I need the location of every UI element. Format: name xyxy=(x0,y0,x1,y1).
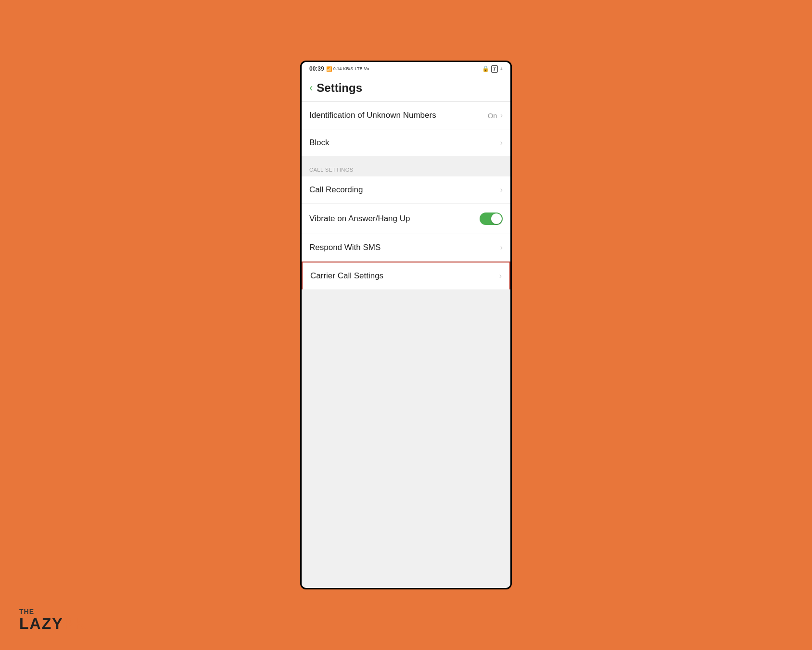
respond-sms-item[interactable]: Respond With SMS › xyxy=(302,234,510,262)
toggle-track xyxy=(480,212,503,225)
page-header: ‹ Settings xyxy=(302,75,510,102)
carrier-call-chevron: › xyxy=(499,272,502,280)
identification-item[interactable]: Identification of Unknown Numbers On › xyxy=(302,102,510,129)
content-area: Identification of Unknown Numbers On › B… xyxy=(302,102,510,588)
call-recording-chevron: › xyxy=(500,186,503,194)
status-bar: 00:39 📶 0.14 KB/S LTE Vo 🔒 7 + xyxy=(302,62,510,75)
toggle-thumb xyxy=(491,213,502,224)
block-right: › xyxy=(500,138,503,147)
battery-icon: 7 xyxy=(491,65,498,73)
carrier-call-right: › xyxy=(499,272,502,280)
logo-area: THE LAZYPK xyxy=(19,608,87,636)
status-left: 00:39 📶 0.14 KB/S LTE Vo xyxy=(309,65,369,72)
call-settings-label: CALL SETTINGS xyxy=(309,167,354,173)
signal-bars-icon: 📶 xyxy=(326,66,332,72)
time-display: 00:39 xyxy=(309,65,324,72)
identification-value: On xyxy=(488,112,497,120)
status-right: 🔒 7 + xyxy=(482,65,503,73)
lock-icon: 🔒 xyxy=(482,65,489,72)
phone-screen: 00:39 📶 0.14 KB/S LTE Vo 🔒 7 + xyxy=(302,62,510,588)
lte-icon: LTE xyxy=(355,66,362,71)
identification-right: On › xyxy=(488,111,503,120)
vibrate-label: Vibrate on Answer/Hang Up xyxy=(309,214,410,224)
respond-sms-chevron: › xyxy=(500,243,503,252)
call-settings-group: Call Recording › Vibrate on Answer/Hang … xyxy=(302,176,510,289)
carrier-call-item[interactable]: Carrier Call Settings › xyxy=(302,262,510,289)
logo-lazy: LAZY xyxy=(19,615,63,632)
logo-main: LAZYPK xyxy=(19,615,87,632)
respond-sms-right: › xyxy=(500,243,503,252)
charging-icon: + xyxy=(500,66,503,72)
carrier-call-label: Carrier Call Settings xyxy=(310,271,383,281)
phone-frame: 00:39 📶 0.14 KB/S LTE Vo 🔒 7 + xyxy=(300,61,512,589)
logo-the: THE xyxy=(19,608,87,615)
bottom-spacer xyxy=(302,289,510,482)
respond-sms-label: Respond With SMS xyxy=(309,243,381,252)
vibrate-item[interactable]: Vibrate on Answer/Hang Up xyxy=(302,204,510,234)
identification-chevron: › xyxy=(500,111,503,120)
data-speed: 0.14 KB/S xyxy=(333,66,354,71)
identification-label: Identification of Unknown Numbers xyxy=(309,111,436,120)
vibrate-toggle[interactable] xyxy=(480,212,503,225)
page-background: 00:39 📶 0.14 KB/S LTE Vo 🔒 7 + xyxy=(0,0,812,650)
call-recording-right: › xyxy=(500,186,503,194)
call-recording-item[interactable]: Call Recording › xyxy=(302,176,510,204)
block-label: Block xyxy=(309,138,330,148)
block-chevron: › xyxy=(500,138,503,147)
page-title: Settings xyxy=(317,81,362,95)
section-separator xyxy=(302,156,510,160)
vo-icon: Vo xyxy=(364,66,369,71)
logo-underline xyxy=(19,634,87,636)
back-button[interactable]: ‹ xyxy=(309,82,313,94)
first-settings-group: Identification of Unknown Numbers On › B… xyxy=(302,102,510,156)
block-item[interactable]: Block › xyxy=(302,129,510,156)
call-recording-label: Call Recording xyxy=(309,185,363,195)
vibrate-right xyxy=(480,212,503,225)
call-settings-header: CALL SETTINGS xyxy=(302,160,510,176)
signal-icons: 📶 0.14 KB/S LTE Vo xyxy=(326,66,369,72)
logo-pk: PK xyxy=(63,615,87,632)
